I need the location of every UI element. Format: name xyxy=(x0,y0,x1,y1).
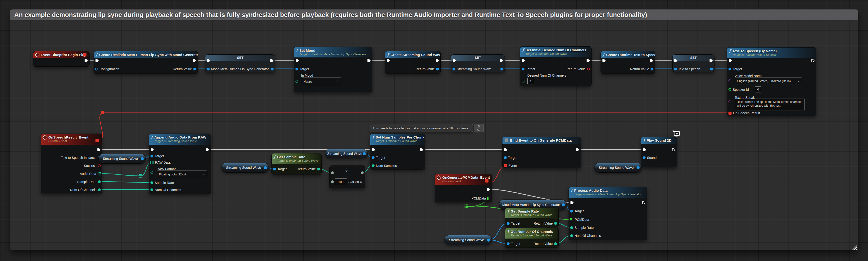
data-pin-icon[interactable] xyxy=(522,68,525,70)
data-pin-icon[interactable] xyxy=(331,180,334,183)
data-pin-icon[interactable] xyxy=(98,164,101,167)
cir-pin[interactable] xyxy=(522,79,525,83)
exec-pin[interactable] xyxy=(487,187,490,191)
Text to Speech-pin[interactable]: Text to Speech xyxy=(674,67,700,71)
exec-pin-icon[interactable] xyxy=(453,59,456,63)
exec-pin-icon[interactable] xyxy=(674,59,678,63)
Return Value-pin[interactable]: Return Value xyxy=(415,67,439,71)
cir-pin[interactable] xyxy=(331,180,334,184)
exec-pin-icon[interactable] xyxy=(193,59,196,63)
exec-pin-icon[interactable] xyxy=(570,201,574,204)
desired-num-channels-value[interactable]: 1 xyxy=(527,78,534,84)
node-header[interactable]: ƒ Create Realistic Meta Human Lip Sync w… xyxy=(94,51,197,59)
get-sample-rate-2[interactable]: ƒ Get Sample RateTarget is Imported Soun… xyxy=(505,208,559,227)
data-pin-icon[interactable] xyxy=(296,80,298,83)
exec-pin[interactable] xyxy=(602,59,606,63)
note-controls[interactable] xyxy=(474,124,484,133)
exec-pin-icon[interactable] xyxy=(487,188,490,191)
cir-pin[interactable] xyxy=(150,170,153,175)
node-header[interactable]: OnGeneratePCMData_EventCustom Event xyxy=(435,174,492,185)
data-pin-icon[interactable] xyxy=(570,210,573,213)
streaming-sound-wave-getter-4[interactable]: Streaming Sound Wave xyxy=(594,163,642,173)
variable-out-pin[interactable] xyxy=(264,166,267,169)
exec-pin-icon[interactable] xyxy=(642,201,646,204)
Speaker Id-pin[interactable]: Speaker Id xyxy=(728,87,749,92)
node-header[interactable]: Event Blueprint Begin Play xyxy=(33,51,89,59)
exec-pin[interactable] xyxy=(95,59,99,63)
node-header[interactable]: Bind Event to On Generate PCMData xyxy=(502,137,581,144)
delegate-badge[interactable] xyxy=(95,139,99,142)
Num Of Channels-pin[interactable]: Num Of Channels xyxy=(150,188,181,192)
exec-pin-icon[interactable] xyxy=(709,59,713,63)
On Speech Result-pin[interactable]: On Speech Result xyxy=(728,111,760,115)
data-pin-icon[interactable] xyxy=(271,68,274,70)
data-pin-icon[interactable] xyxy=(728,101,731,103)
exec-pin[interactable] xyxy=(570,200,574,205)
data-pin-icon[interactable] xyxy=(500,68,503,70)
exec-pin[interactable] xyxy=(150,148,154,152)
variable-out-pin[interactable] xyxy=(562,203,565,207)
exec-pin-icon[interactable] xyxy=(95,59,99,63)
data-pin-icon[interactable] xyxy=(728,88,731,91)
exec-pin[interactable] xyxy=(420,148,423,152)
Mood Meta Human Lip Sync Generator-pin[interactable]: Mood Meta Human Lip Sync Generator xyxy=(207,67,269,71)
exec-pin-icon[interactable] xyxy=(576,148,579,152)
PCMData-pin[interactable]: PCMData xyxy=(471,196,490,200)
node-header[interactable]: ƒ Create Runtime Text to Speech xyxy=(601,51,655,59)
array-pin-icon[interactable] xyxy=(487,197,490,200)
voice-model-dropdown[interactable]: English (United States) - Kokoro (Bella)… xyxy=(735,77,802,84)
cir-pin[interactable] xyxy=(331,171,334,175)
exec-pin-icon[interactable] xyxy=(270,59,274,63)
exec-pin[interactable] xyxy=(193,59,196,63)
streaming-sound-wave-getter-2[interactable]: Streaming Sound Wave xyxy=(221,163,269,173)
data-pin-icon[interactable] xyxy=(554,242,557,245)
exec-pin[interactable] xyxy=(500,59,503,63)
exec-pin[interactable] xyxy=(207,59,210,63)
data-pin-icon[interactable] xyxy=(587,68,590,70)
Return Value-pin[interactable]: Return Value xyxy=(566,67,590,71)
exec-pin-icon[interactable] xyxy=(504,148,507,152)
data-pin-icon[interactable] xyxy=(507,242,509,245)
event-begin-play[interactable]: Event Blueprint Begin Play xyxy=(33,51,90,67)
data-pin-icon[interactable] xyxy=(361,172,364,174)
divide-node[interactable]: ÷100Add pin ⊕ xyxy=(329,165,365,188)
Return Value-pin[interactable]: Return Value xyxy=(297,167,320,171)
exec-pin-icon[interactable] xyxy=(435,59,439,63)
Sample Rate-pin[interactable]: Sample Rate xyxy=(570,226,594,230)
exec-pin[interactable] xyxy=(728,59,732,63)
cir-pin[interactable] xyxy=(728,100,731,104)
Target-pin[interactable]: Target xyxy=(507,241,520,246)
data-pin-icon[interactable] xyxy=(95,68,98,70)
data-pin-icon[interactable] xyxy=(372,164,375,167)
exec-pin-icon[interactable] xyxy=(500,59,503,63)
Num Of Channels-pin[interactable]: Num Of Channels xyxy=(570,233,601,238)
Target-pin[interactable]: Target xyxy=(522,67,535,71)
exec-pin-icon[interactable] xyxy=(602,59,606,63)
comment-header-bar[interactable]: An example demonstrating lip sync during… xyxy=(10,9,858,20)
Streaming Sound Wave-pin[interactable]: Streaming Sound Wave xyxy=(453,67,492,71)
data-pin-icon[interactable] xyxy=(150,155,153,157)
exec-pin-icon[interactable] xyxy=(811,59,815,63)
data-pin-icon[interactable] xyxy=(728,79,731,82)
data-pin-icon[interactable] xyxy=(150,171,153,174)
exec-pin[interactable] xyxy=(504,148,507,152)
process-audio-data[interactable]: ƒ Process Audio DataTarget is Realistic … xyxy=(568,187,647,240)
in-mood-dropdown[interactable]: Happy⌄ xyxy=(301,77,341,85)
data-pin-icon[interactable] xyxy=(570,234,573,237)
exec-pin[interactable] xyxy=(650,59,653,63)
data-pin-icon[interactable] xyxy=(554,222,557,225)
on-speech-result-event[interactable]: OnSpeechResult_EventCustom Event Text to… xyxy=(41,134,102,193)
exec-pin[interactable] xyxy=(672,148,675,152)
Num Of Channels-pin[interactable]: Num Of Channels xyxy=(70,188,101,192)
exec-pin-icon[interactable] xyxy=(207,59,210,63)
add-pin-button[interactable]: Add pin ⊕ xyxy=(348,180,363,183)
set-streaming-sound-wave-var[interactable]: SET Streaming Sound Wave xyxy=(451,54,505,72)
exec-pin-icon[interactable] xyxy=(206,148,209,152)
reroute-node[interactable] xyxy=(101,111,104,114)
Target-pin[interactable]: Target xyxy=(372,156,385,160)
exec-pin[interactable] xyxy=(586,59,590,63)
data-pin-icon[interactable] xyxy=(504,156,507,159)
data-pin-icon[interactable] xyxy=(453,68,455,70)
data-pin-icon[interactable] xyxy=(150,181,153,184)
cir-pin[interactable] xyxy=(271,67,274,71)
